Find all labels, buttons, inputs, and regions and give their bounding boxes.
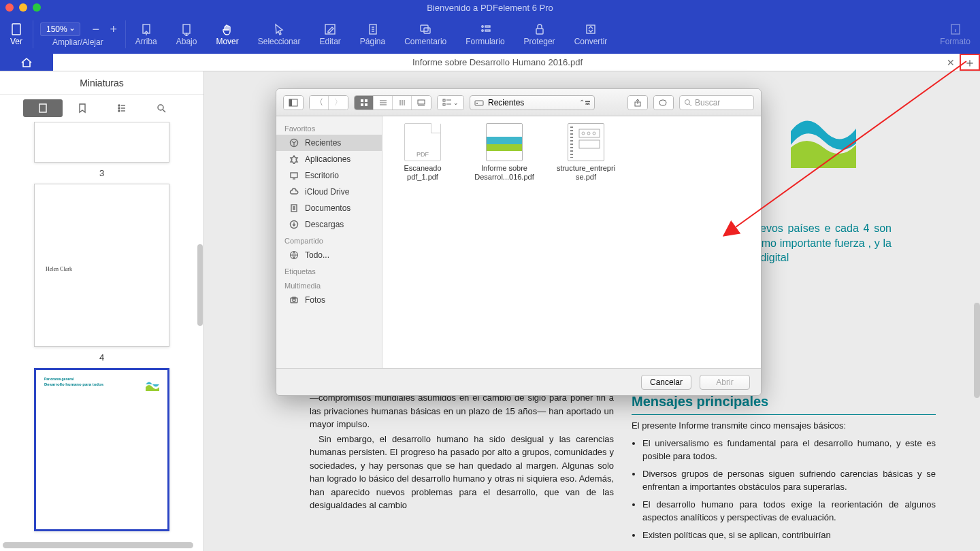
view-mode-seg (354, 95, 431, 110)
open-button[interactable]: Abrir (700, 375, 750, 390)
sidebar-item-icloud[interactable]: iCloud Drive (276, 184, 382, 200)
svg-rect-1 (143, 24, 150, 33)
documents-icon (289, 203, 299, 214)
view-button[interactable]: Ver (0, 15, 33, 54)
group-button[interactable]: ⌄ (438, 96, 463, 110)
search-icon (684, 99, 692, 107)
new-tab-button[interactable]: ＋ (960, 54, 980, 71)
sidebar-item-documents[interactable]: Documentos (276, 200, 382, 216)
svg-rect-25 (418, 100, 425, 104)
traffic-lights (5, 3, 41, 12)
share-seg (627, 95, 648, 110)
svg-point-15 (118, 105, 120, 106)
list-item: El desarrollo humano para todos exige la… (642, 498, 936, 524)
zoom-out-button[interactable]: − (87, 22, 105, 37)
convert-button[interactable]: Convertir (565, 15, 617, 54)
app-toolbar: Ver 150% − + Ampliar/Alejar Arriba Abajo… (0, 15, 980, 54)
sidebar-item-downloads[interactable]: Descargas (276, 216, 382, 233)
thumbnails-list[interactable]: 3 Helen Clark 4 Panorama general Desarro… (0, 122, 203, 551)
cancel-button[interactable]: Cancelar (641, 375, 691, 390)
hand-icon (220, 22, 234, 36)
form-button[interactable]: Formulario (456, 15, 514, 54)
up-button[interactable]: Arriba (126, 15, 167, 54)
share-button[interactable] (628, 96, 647, 110)
icon-view-button[interactable] (355, 96, 374, 110)
document-tab[interactable]: Informe sobre Desarrollo Humano 2016.pdf (53, 54, 942, 71)
comment-button[interactable]: Comentario (395, 15, 456, 54)
sidebar-item-all[interactable]: Todo... (276, 247, 382, 263)
thumb-title: Desarrollo humano para todos (44, 382, 159, 387)
outline-tab[interactable] (102, 99, 142, 117)
file-item[interactable]: PDF Escaneadopdf_1.pdf (392, 123, 453, 182)
bullet-list: El universalismo es fundamental para el … (632, 437, 936, 542)
vertical-scrollbar[interactable] (974, 303, 980, 398)
zoom-in-button[interactable]: + (105, 22, 122, 37)
thumb-logo-icon (144, 378, 159, 391)
group-seg: ⌄ (437, 95, 464, 110)
svg-point-17 (118, 110, 120, 112)
comment-icon (419, 22, 432, 36)
svg-rect-8 (485, 26, 490, 27)
protect-button[interactable]: Proteger (514, 15, 565, 54)
select-button[interactable]: Seleccionar (248, 15, 310, 54)
format-button[interactable]: Formato (930, 15, 980, 54)
svg-rect-22 (365, 99, 368, 102)
pdf-file-icon (486, 123, 523, 161)
svg-rect-20 (289, 99, 292, 106)
sidebar-item-applications[interactable]: Aplicaciones (276, 151, 382, 167)
gallery-view-button[interactable] (412, 96, 431, 110)
toggle-sidebar-button[interactable] (284, 96, 303, 110)
thumb-overview: Panorama general (44, 377, 159, 382)
edit-button[interactable]: Editar (310, 15, 350, 54)
down-button[interactable]: Abajo (167, 15, 207, 54)
svg-rect-11 (536, 29, 543, 34)
sidebar-item-desktop[interactable]: Escritorio (276, 167, 382, 184)
thumbnail-item[interactable]: 3 (34, 122, 169, 178)
svg-rect-27 (443, 103, 445, 105)
sidebar-toggle-seg (283, 95, 304, 110)
file-item[interactable]: Informe sobreDesarrol...016.pdf (474, 123, 535, 182)
zoom-window-button[interactable] (33, 3, 41, 12)
svg-point-16 (118, 107, 120, 109)
svg-rect-41 (579, 129, 600, 137)
home-tab[interactable] (0, 54, 53, 71)
bookmarks-tab[interactable] (63, 99, 102, 117)
sidebar-item-photos[interactable]: Fotos (276, 292, 382, 308)
pdf-file-icon (568, 123, 604, 161)
svg-point-9 (482, 30, 483, 31)
list-view-button[interactable] (374, 96, 393, 110)
svg-point-45 (593, 132, 595, 135)
section-shared: Compartido (276, 233, 382, 247)
close-tab-button[interactable]: ✕ (942, 54, 960, 71)
sidebar-scrollbar[interactable] (197, 244, 203, 326)
thumbnails-tab[interactable] (23, 99, 63, 117)
right-column: Mensajes principales El presente Informe… (632, 391, 936, 546)
nav-seg: 〈 〉 (309, 95, 348, 110)
page-down-icon (180, 22, 193, 36)
page-button[interactable]: Página (350, 15, 395, 54)
back-button[interactable]: 〈 (310, 96, 329, 110)
svg-rect-26 (443, 99, 445, 101)
file-grid[interactable]: PDF Escaneadopdf_1.pdf Informe sobreDesa… (382, 116, 761, 368)
svg-rect-21 (361, 99, 363, 102)
thumbnail-item[interactable]: Panorama general Desarrollo humano para … (34, 368, 169, 531)
column-view-button[interactable] (393, 96, 412, 110)
horizontal-scrollbar[interactable] (3, 542, 193, 548)
file-item[interactable]: structure_entreprise.pdf (555, 123, 617, 182)
svg-point-18 (158, 105, 163, 110)
move-button[interactable]: Mover (206, 15, 248, 54)
zoom-select[interactable]: 150% (40, 22, 80, 36)
thumbnail-item[interactable]: Helen Clark 4 (34, 184, 169, 363)
search-tab[interactable] (142, 99, 181, 117)
minimize-window-button[interactable] (19, 3, 27, 12)
svg-point-29 (476, 103, 478, 104)
tags-button[interactable] (654, 96, 673, 110)
close-window-button[interactable] (5, 3, 14, 12)
downloads-icon (289, 219, 299, 230)
list-item: El universalismo es fundamental para el … (642, 437, 936, 463)
sidebar-item-recents[interactable]: Recientes (276, 135, 382, 151)
location-dropdown[interactable]: Recientes ⌃⌄ (470, 95, 595, 110)
forward-button[interactable]: 〉 (329, 96, 348, 110)
search-field[interactable]: Buscar (679, 95, 754, 110)
svg-rect-28 (475, 101, 483, 105)
